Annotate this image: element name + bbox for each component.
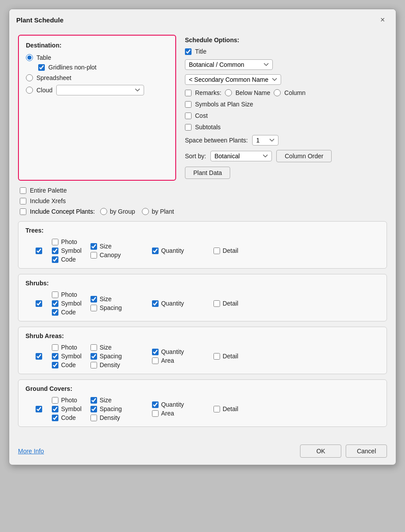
ground-covers-symbol-checkbox[interactable] bbox=[52, 406, 58, 412]
trees-photo-checkbox[interactable] bbox=[52, 239, 58, 245]
symbols-plan-label: Symbols at Plan Size bbox=[195, 101, 253, 108]
column-label: Column bbox=[284, 89, 305, 96]
title-label: Title bbox=[195, 48, 206, 55]
plant-data-button[interactable]: Plant Data bbox=[185, 167, 230, 179]
space-select[interactable]: 1 2 3 4 bbox=[252, 135, 278, 146]
trees-code-item: Code bbox=[52, 256, 82, 263]
ground-covers-main-check bbox=[25, 406, 52, 412]
by-plant-radio[interactable] bbox=[142, 208, 149, 215]
trees-detail-label: Detail bbox=[223, 247, 239, 254]
shrubs-spacing-label: Spacing bbox=[100, 304, 122, 311]
shrub-areas-col3: Quantity Area bbox=[152, 348, 196, 364]
gridlines-checkbox[interactable] bbox=[38, 64, 45, 71]
destination-cloud-radio[interactable] bbox=[26, 87, 33, 94]
ground-covers-detail-checkbox[interactable] bbox=[213, 406, 220, 412]
plant-schedule-dialog: Plant Schedule × Destination: Table Grid… bbox=[9, 9, 396, 465]
trees-detail-checkbox[interactable] bbox=[213, 248, 220, 254]
by-group-radio[interactable] bbox=[100, 208, 107, 215]
sort-by-select[interactable]: Botanical Common Code bbox=[210, 151, 272, 161]
botanical-common-select[interactable]: Botanical / Common bbox=[185, 59, 273, 70]
ground-covers-col2: Size Spacing Density bbox=[90, 397, 134, 421]
shrub-areas-spacing-checkbox[interactable] bbox=[90, 353, 97, 360]
ground-covers-symbol-label: Symbol bbox=[61, 405, 82, 412]
include-xrefs-row: Include Xrefs bbox=[20, 197, 387, 204]
shrubs-code-item: Code bbox=[52, 309, 82, 316]
trees-detail-item: Detail bbox=[213, 247, 249, 254]
shrub-areas-code-checkbox[interactable] bbox=[52, 362, 58, 368]
ground-covers-quantity-checkbox[interactable] bbox=[152, 401, 159, 408]
gridlines-row: Gridlines non-plot bbox=[38, 64, 168, 71]
shrubs-col1: Photo Symbol Code bbox=[52, 291, 82, 316]
more-info-button[interactable]: More Info bbox=[18, 448, 44, 455]
space-between-row: Space between Plants: 1 2 3 4 bbox=[185, 135, 387, 146]
ground-covers-spacing-checkbox[interactable] bbox=[90, 406, 97, 412]
include-xrefs-checkbox[interactable] bbox=[20, 198, 26, 204]
title-bar: Plant Schedule × bbox=[9, 9, 396, 29]
ground-covers-size-checkbox[interactable] bbox=[90, 397, 97, 404]
ground-covers-area-checkbox[interactable] bbox=[152, 410, 159, 417]
shrubs-col4: Detail bbox=[213, 300, 249, 307]
ok-button[interactable]: OK bbox=[300, 445, 341, 458]
trees-symbol-checkbox[interactable] bbox=[52, 248, 58, 254]
destination-table-radio[interactable] bbox=[26, 54, 33, 61]
shrubs-main-checkbox[interactable] bbox=[36, 300, 42, 307]
destination-spreadsheet-radio[interactable] bbox=[26, 74, 33, 81]
shrub-areas-detail-checkbox[interactable] bbox=[213, 353, 220, 360]
trees-canopy-checkbox[interactable] bbox=[90, 252, 97, 259]
include-concept-checkbox[interactable] bbox=[20, 208, 26, 215]
ground-covers-photo-item: Photo bbox=[52, 397, 82, 404]
shrubs-col2: Size Spacing bbox=[90, 295, 134, 311]
remarks-checkbox[interactable] bbox=[185, 90, 192, 96]
shrub-areas-main-checkbox[interactable] bbox=[36, 353, 42, 360]
footer-buttons: OK Cancel bbox=[300, 445, 387, 458]
shrubs-quantity-item: Quantity bbox=[152, 300, 196, 307]
shrubs-photo-checkbox[interactable] bbox=[52, 292, 58, 298]
shrub-areas-quantity-checkbox[interactable] bbox=[152, 349, 159, 355]
cloud-select[interactable] bbox=[56, 85, 144, 95]
trees-quantity-checkbox[interactable] bbox=[152, 248, 159, 254]
shrub-areas-size-checkbox[interactable] bbox=[90, 344, 97, 351]
cost-checkbox[interactable] bbox=[185, 113, 192, 119]
ground-covers-col1: Photo Symbol Code bbox=[52, 397, 82, 421]
trees-code-checkbox[interactable] bbox=[52, 256, 58, 263]
shrubs-size-checkbox[interactable] bbox=[90, 296, 97, 302]
secondary-common-select[interactable]: < Secondary Common Name bbox=[185, 74, 281, 85]
shrubs-code-checkbox[interactable] bbox=[52, 309, 58, 316]
subtotals-checkbox[interactable] bbox=[185, 124, 192, 131]
close-button[interactable]: × bbox=[376, 14, 389, 26]
trees-size-checkbox[interactable] bbox=[90, 243, 97, 250]
trees-symbol-item: Symbol bbox=[52, 247, 82, 254]
shrubs-symbol-checkbox[interactable] bbox=[52, 300, 58, 307]
column-radio[interactable] bbox=[274, 89, 281, 96]
entire-palette-checkbox[interactable] bbox=[20, 187, 26, 194]
ground-covers-code-checkbox[interactable] bbox=[52, 415, 58, 421]
shrub-areas-density-checkbox[interactable] bbox=[90, 362, 97, 368]
trees-main-checkbox[interactable] bbox=[36, 248, 42, 254]
cancel-button[interactable]: Cancel bbox=[346, 445, 387, 458]
symbols-plan-checkbox[interactable] bbox=[185, 101, 192, 108]
shrub-areas-quantity-label: Quantity bbox=[161, 348, 184, 355]
secondary-common-row: < Secondary Common Name bbox=[185, 74, 387, 85]
trees-section: Trees: Photo Symbol Code bbox=[18, 221, 387, 269]
shrubs-detail-checkbox[interactable] bbox=[213, 300, 220, 307]
subtotals-label: Subtotals bbox=[195, 124, 221, 131]
shrubs-spacing-checkbox[interactable] bbox=[90, 305, 97, 311]
ground-covers-quantity-item: Quantity bbox=[152, 401, 196, 408]
ground-covers-code-item: Code bbox=[52, 414, 82, 421]
shrub-areas-col4: Detail bbox=[213, 353, 249, 360]
ground-covers-photo-checkbox[interactable] bbox=[52, 397, 58, 404]
ground-covers-density-checkbox[interactable] bbox=[90, 415, 97, 421]
ground-covers-main-checkbox[interactable] bbox=[36, 406, 42, 412]
trees-col1: Photo Symbol Code bbox=[52, 238, 82, 263]
symbols-row: Symbols at Plan Size bbox=[185, 101, 387, 108]
shrub-areas-detail-item: Detail bbox=[213, 353, 249, 360]
column-order-button[interactable]: Column Order bbox=[276, 150, 332, 162]
shrubs-detail-label: Detail bbox=[223, 300, 239, 307]
shrub-areas-symbol-checkbox[interactable] bbox=[52, 353, 58, 360]
below-name-radio[interactable] bbox=[225, 89, 232, 96]
shrub-areas-area-checkbox[interactable] bbox=[152, 357, 159, 364]
title-checkbox[interactable] bbox=[185, 48, 192, 55]
shrubs-quantity-checkbox[interactable] bbox=[152, 300, 159, 307]
shrub-areas-photo-checkbox[interactable] bbox=[52, 344, 58, 351]
schedule-options-panel: Schedule Options: Title Botanical / Comm… bbox=[185, 35, 387, 181]
